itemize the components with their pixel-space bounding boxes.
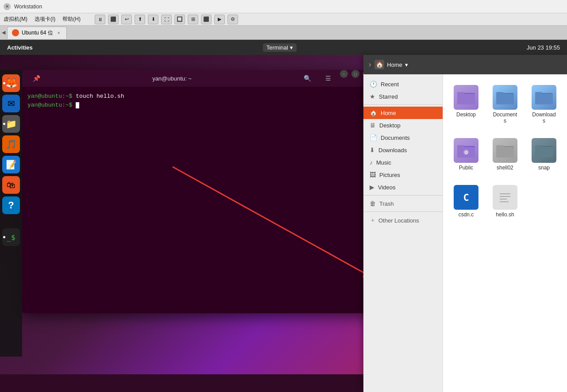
fm-header: › 🏠 Home ▾ [363,55,567,74]
terminal-cursor-wrapper [76,102,79,108]
sidebar-item-recent-label: Recent [381,81,399,88]
file-manager: › 🏠 Home ▾ 🕐 Recent ★ Starred 🏠 [363,55,567,392]
ubuntu-tab[interactable]: Ubuntu 64 位 × [7,27,67,39]
folder-snap-icon [532,138,556,163]
sidebar-item-documents[interactable]: 📄 Documents [363,131,443,144]
fm-body: 🕐 Recent ★ Starred 🏠 Home 🖥 Desktop [363,74,567,392]
sidebar-item-trash[interactable]: 🗑 Trash [363,197,443,210]
svg-rect-3 [457,94,475,104]
terminal-line-1: yan@ubuntu:~$ touch hello.sh [27,92,371,101]
vmware-titlebar: ✕ Workstation [0,0,567,13]
recent-icon: 🕐 [370,81,377,88]
sidebar-item-videos-label: Videos [378,184,396,191]
dock-icon-terminal[interactable]: _$ [2,228,20,246]
file-item-snap[interactable]: snap [528,135,560,174]
sidebar-item-other-locations[interactable]: ＋ Other Locations [363,214,443,227]
dock-icon-appstore[interactable]: 🛍 [2,176,20,194]
sidebar-item-videos[interactable]: ▶ Videos [363,181,443,193]
file-item-downloads[interactable]: Downloads [528,81,560,127]
terminal-maximize-btn[interactable]: □ [351,70,359,78]
terminal-menu[interactable]: Terminal ▾ [263,43,297,52]
folder-docs-svg [496,90,514,104]
folder-pub-svg: ⚙ [457,143,475,158]
toolbar-icons: ⏸ ⬛ ↩ ⬆ ⬇ ⛶ 🔲 ⊞ ⬛ ▶ ⚙ [95,15,238,24]
menu-help[interactable]: 帮助(H) [62,15,81,23]
dock-icon-writer[interactable]: 📝 [2,156,20,173]
sidebar-divider-2 [363,195,443,196]
sidebar-item-pictures[interactable]: 🖼 Pictures [363,169,443,181]
dock-icon-rhythmbox[interactable]: 🎵 [2,135,20,153]
fm-sidebar: 🕐 Recent ★ Starred 🏠 Home 🖥 Desktop [363,74,443,392]
terminal-pin-icon[interactable]: 📌 [27,70,46,87]
file-item-shell02[interactable]: shell02 [489,135,521,174]
writer-icon: 📝 [6,159,17,170]
dock-icon-firefox[interactable]: 🦊 [2,74,20,92]
documents-icon: 📄 [370,134,377,141]
toolbar-btn6[interactable]: ⊞ [188,15,198,24]
folder-shell-svg [496,143,514,158]
file-item-public[interactable]: ⚙ Public [450,135,482,174]
sidebar-item-trash-label: Trash [379,200,394,207]
file-name-downloads: Downloads [532,111,556,124]
file-item-documents[interactable]: Documents [489,81,521,127]
terminal-cursor [76,102,79,108]
sidebar-item-recent[interactable]: 🕐 Recent [363,78,443,90]
toolbar-btn5[interactable]: 🔲 [174,15,185,24]
fm-home-icon[interactable]: 🏠 [374,60,384,69]
toolbar-btn3[interactable]: ⬆ [135,15,145,24]
sidebar-divider-1 [363,104,443,105]
file-item-desktop[interactable]: Desktop [450,81,482,127]
sidebar-item-desktop[interactable]: 🖥 Desktop [363,119,443,131]
toolbar-pause-btn[interactable]: ⏸ [95,15,105,24]
dock-icon-files[interactable]: 📁 [2,115,20,133]
pictures-icon: 🖼 [370,171,376,178]
toolbar-btn7[interactable]: ⬛ [201,15,212,24]
other-locations-plus-icon: ＋ [370,216,376,224]
ubuntu-tab-close[interactable]: × [56,30,62,36]
terminal-minimize-btn[interactable]: − [340,70,348,78]
dock-icon-email[interactable]: ✉ [2,95,20,112]
toolbar-btn4[interactable]: ⬇ [148,15,158,24]
dock-icon-help[interactable]: ? [2,196,20,214]
file-item-hellosh[interactable]: hello.sh [489,181,521,221]
fm-breadcrumb: 🏠 Home ▾ [374,60,408,69]
terminal-search-icon[interactable]: 🔍 [298,70,316,87]
help-icon: ? [8,200,14,211]
activities-button[interactable]: Activities [7,44,33,51]
menu-tab[interactable]: 选项卡(I) [35,15,55,23]
gnome-dock: 🦊 ✉ 📁 🎵 📝 🛍 ? _$ [0,70,22,357]
appstore-icon: 🛍 [7,180,15,190]
toolbar-btn2[interactable]: ↩ [121,15,132,24]
tab-bar-left-arrow[interactable]: ◀ [2,30,5,35]
toolbar-fullscreen-btn[interactable]: ⛶ [161,15,172,24]
toolbar-settings-btn[interactable]: ⚙ [228,15,238,24]
fm-back-btn[interactable]: › [369,61,371,69]
file-name-desktop: Desktop [456,111,476,118]
sidebar-item-starred-label: Starred [379,93,398,100]
terminal-menu-icon[interactable]: ☰ [320,70,336,87]
text-file-svg [497,188,513,207]
folder-shell02-icon [493,138,517,163]
sidebar-item-home[interactable]: 🏠 Home [363,107,443,119]
sidebar-divider-3 [363,211,443,212]
menu-vm[interactable]: 虚拟机(M) [4,15,27,23]
fm-breadcrumb-chevron[interactable]: ▾ [405,61,408,68]
sidebar-item-desktop-label: Desktop [379,122,401,129]
gnome-topbar: Activities Terminal ▾ Jun 23 19:55 [0,40,567,55]
toolbar-play-btn[interactable]: ▶ [214,15,225,24]
sidebar-item-downloads[interactable]: ⬇ Downloads [363,144,443,156]
vmware-close-btn[interactable]: ✕ [4,3,11,10]
sidebar-item-music[interactable]: ♪ Music [363,156,443,169]
terminal-content: yan@ubuntu:~$ touch hello.sh yan@ubuntu:… [22,87,376,115]
sidebar-item-home-label: Home [381,110,396,116]
file-name-documents: Documents [493,111,517,124]
files-icon: 📁 [6,119,17,129]
vmware-title: Workstation [14,4,42,10]
toolbar-btn1[interactable]: ⬛ [108,15,119,24]
terminal-window: 📌 yan@ubuntu: ~ 🔍 ☰ − □ × yan@ubuntu:~$ … [22,70,376,313]
terminal-icon: _$ [7,233,15,242]
ubuntu-tab-label: Ubuntu 64 位 [22,29,53,37]
desktop-icon: 🖥 [370,122,376,129]
file-item-csdn[interactable]: C csdn.c [450,181,482,221]
sidebar-item-starred[interactable]: ★ Starred [363,90,443,103]
